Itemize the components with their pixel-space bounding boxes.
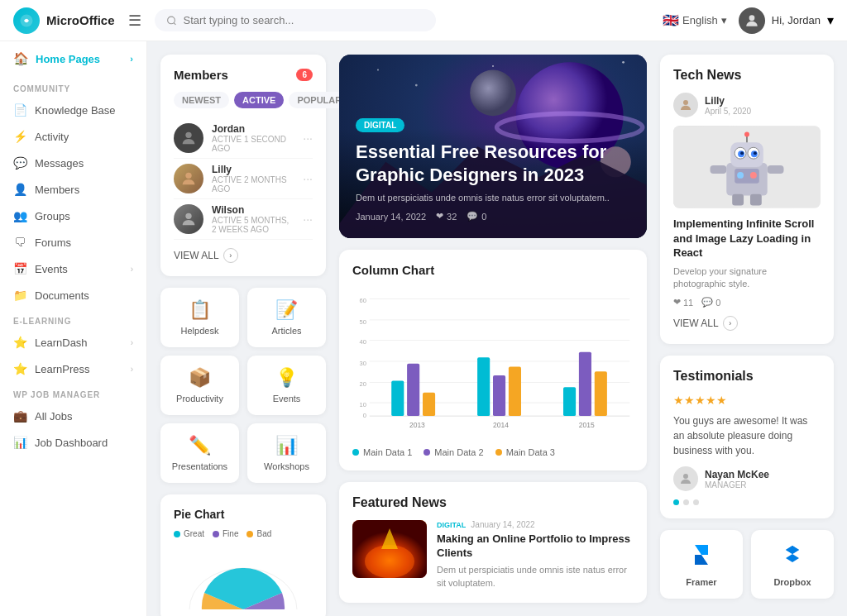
sidebar-item-learndash[interactable]: ⭐LearnDash› <box>0 329 146 356</box>
pie-chart-title: Pie Chart <box>174 508 313 521</box>
news-tags: DIGITAL January 14, 2022 <box>437 520 634 529</box>
sidebar: 🏠 Home Pages › COMMUNITY 📄Knowledge Base… <box>0 41 147 616</box>
center-column: DIGITAL Essential Free Resources for Gra… <box>339 55 647 603</box>
svg-text:60: 60 <box>360 298 366 305</box>
sidebar-item-events[interactable]: 📅Events› <box>0 255 146 282</box>
member-status: ACTIVE 1 SECOND AGO <box>212 135 294 153</box>
legend-data2: Main Data 2 <box>424 447 483 457</box>
dot-1[interactable] <box>673 499 679 505</box>
svg-point-44 <box>365 545 414 578</box>
dot-2[interactable] <box>683 499 689 505</box>
svg-point-14 <box>470 70 516 117</box>
shortcut-label: Articles <box>256 326 318 336</box>
pie-chart-visual <box>174 543 313 609</box>
member-name: Lilly <box>212 164 294 175</box>
svg-point-2 <box>749 15 754 21</box>
member-options[interactable]: ··· <box>303 172 313 185</box>
sidebar-section-jobs: WP JOB MANAGER <box>0 382 146 403</box>
members-view-all[interactable]: VIEW ALL › <box>174 248 313 263</box>
presentations-icon: ✏️ <box>169 435 231 456</box>
svg-point-63 <box>737 172 744 179</box>
svg-text:40: 40 <box>360 339 366 346</box>
search-input[interactable] <box>184 14 424 26</box>
column-chart-card: Column Chart 60 50 40 30 20 10 0 <box>339 250 647 470</box>
news-excerpt: Dem ut perspiciatis unde omnis iste natu… <box>437 564 634 590</box>
tab-newest[interactable]: NEWEST <box>174 92 229 108</box>
lang-label: English <box>682 14 718 26</box>
sidebar-item-home[interactable]: 🏠 Home Pages › <box>0 41 146 76</box>
member-row: Jordan ACTIVE 1 SECOND AGO ··· <box>174 118 313 159</box>
sidebar-item-forums[interactable]: 🗨Forums <box>0 229 146 255</box>
sidebar-item-knowledge-base[interactable]: 📄Knowledge Base <box>0 97 146 123</box>
pie-legend-great: Great <box>174 529 204 538</box>
legend-dot-1 <box>352 449 359 456</box>
flag-icon: 🇬🇧 <box>663 12 679 28</box>
tech-article-excerpt: Develop your signature photographic styl… <box>673 265 821 291</box>
svg-rect-40 <box>579 352 591 416</box>
search-bar[interactable] <box>155 9 436 31</box>
sidebar-item-groups[interactable]: 👥Groups <box>0 203 146 229</box>
member-row: Wilson ACTIVE 5 MONTHS, 2 WEEKS AGO ··· <box>174 199 313 240</box>
workshops-icon: 📊 <box>256 435 318 456</box>
svg-point-7 <box>377 69 379 71</box>
app-framer[interactable]: Framer <box>660 530 743 599</box>
member-avatar-lilly <box>174 164 203 193</box>
sidebar-item-documents[interactable]: 📁Documents <box>0 282 146 308</box>
svg-rect-35 <box>477 358 490 417</box>
shortcut-articles[interactable]: 📝 Articles <box>247 288 326 347</box>
tab-active[interactable]: ACTIVE <box>234 92 284 108</box>
knowledge-base-icon: 📄 <box>13 103 26 117</box>
pie-legend-fine: Fine <box>213 529 238 538</box>
tech-like-count: ❤ 11 <box>673 297 693 308</box>
topnav-right: 🇬🇧 English ▾ Hi, Jordan ▾ <box>663 7 834 34</box>
home-chevron: › <box>130 54 133 64</box>
svg-marker-66 <box>695 545 708 555</box>
shortcut-label: Events <box>256 394 318 404</box>
sidebar-item-job-dashboard[interactable]: 📊Job Dashboard <box>0 429 146 456</box>
svg-point-8 <box>415 84 418 87</box>
shortcut-productivity[interactable]: 📦 Productivity <box>160 356 239 415</box>
testimonial-author-name: Nayan McKee <box>705 469 769 480</box>
tech-comment-count: 💬 0 <box>701 297 720 308</box>
sidebar-section-community: COMMUNITY <box>0 76 146 97</box>
shortcut-helpdesk[interactable]: 📋 Helpdesk <box>160 288 239 347</box>
testimonial-avatar <box>673 466 698 491</box>
menu-icon[interactable]: ☰ <box>128 12 141 30</box>
sidebar-section-elearning: E-LEARNING <box>0 308 146 329</box>
tech-author-date: April 5, 2020 <box>705 107 751 116</box>
shortcut-workshops[interactable]: 📊 Workshops <box>247 423 326 483</box>
members-tabs: NEWEST ACTIVE POPULAR <box>174 92 313 108</box>
hero-tag: DIGITAL <box>356 118 404 132</box>
language-selector[interactable]: 🇬🇧 English ▾ <box>663 12 727 28</box>
helpdesk-icon: 📋 <box>169 299 231 321</box>
sidebar-item-activity[interactable]: ⚡Activity <box>0 123 146 150</box>
tech-likes: ❤ 11 💬 0 <box>673 297 821 308</box>
member-options[interactable]: ··· <box>303 131 313 145</box>
sidebar-item-messages[interactable]: 💬Messages <box>0 150 146 176</box>
dropbox-logo <box>763 542 822 574</box>
user-menu[interactable]: Hi, Jordan ▾ <box>739 7 834 34</box>
member-options[interactable]: ··· <box>303 212 313 226</box>
sidebar-item-all-jobs[interactable]: 💼All Jobs <box>0 403 146 429</box>
view-all-arrow: › <box>223 248 238 263</box>
svg-text:2015: 2015 <box>579 422 595 430</box>
svg-point-3 <box>185 132 191 138</box>
svg-point-65 <box>683 474 688 479</box>
tech-author-avatar <box>673 93 698 117</box>
hero-title: Essential Free Resources for Graphic Des… <box>356 141 630 186</box>
pie-dot-bad <box>246 531 253 537</box>
sidebar-item-members[interactable]: 👤Members <box>0 176 146 203</box>
featured-news-title: Featured News <box>352 495 634 510</box>
shortcuts-grid: 📋 Helpdesk 📝 Articles 📦 Productivity 💡 E… <box>160 288 326 483</box>
tech-news-title: Tech News <box>673 68 821 83</box>
app-name: MicroOffice <box>46 13 115 27</box>
events-icon: 📅 <box>13 262 26 275</box>
shortcut-presentations[interactable]: ✏️ Presentations <box>160 423 239 483</box>
sidebar-item-learnpress[interactable]: ⭐LearnPress› <box>0 356 146 382</box>
app-dropbox[interactable]: Dropbox <box>751 530 834 599</box>
shortcut-events[interactable]: 💡 Events <box>247 356 326 415</box>
dot-3 <box>693 499 699 505</box>
shortcut-label: Presentations <box>169 461 231 471</box>
tech-view-all[interactable]: VIEW ALL › <box>673 316 821 331</box>
svg-text:2013: 2013 <box>409 422 425 430</box>
